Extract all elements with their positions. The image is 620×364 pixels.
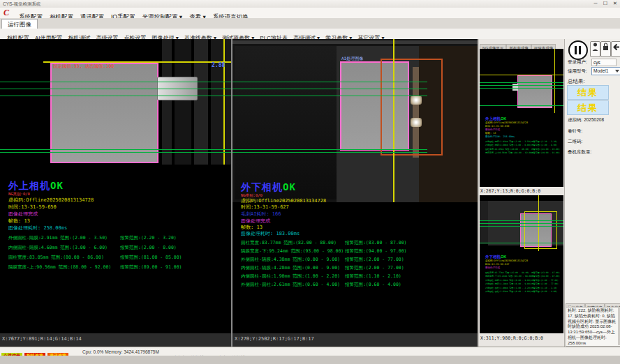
- camera-result-title: 外上相机OK: [485, 116, 562, 121]
- tab-row: 运行图像: [0, 18, 620, 29]
- measurement-row: 隔膜宽度-下:95.24mm 范围:(93.00 - 98.00) 报警范围:(…: [241, 248, 407, 257]
- measurement-text: 内侧圆柱-圆柱:1.90mm 范围:(1.00 - 2.20): [241, 273, 342, 280]
- menu-bar: C 系统配置相机配置通讯配置IO手配置光源控制配置 ▾查看 ▾系统语言切换: [0, 8, 620, 19]
- frame-count-label: 帧数: 13: [8, 218, 30, 225]
- alarm-range-text: 报警范围:(2.20 - 3.20): [120, 235, 177, 241]
- tab-run-image[interactable]: 运行图像: [1, 19, 38, 29]
- measurement-row: 外侧圆柱-圆柱:2.61mm 范围:(0.60 - 4.00) 报警范围:(0.…: [241, 282, 407, 290]
- measurement-row: 内侧圆柱-隔膜:4.60mm 范围:(3.00 - 6.00) 报警范围:(2.…: [8, 245, 182, 255]
- thumb1-cursor-coords: X:267;Y:13;R:0;G:0;B:0: [480, 188, 540, 194]
- left-camera-panel[interactable]: 固定阈值:93, 动态阈值:100 2.88 外上相机OK NG类别:0/0 虚…: [0, 39, 231, 333]
- minimize-button[interactable]: ─: [591, 0, 600, 7]
- bottom-filler: [0, 356, 620, 364]
- measurement-row: 外侧圆柱-隔膜:4.38mm 范围:(0.00 - 9.00) 报警范围:(2.…: [241, 257, 407, 265]
- measurement-row: 圆柱宽度:83.05mm 范围:(80.00 - 86.00) 报警范围:(81…: [8, 255, 182, 264]
- measurement-text: 内侧圆柱-隔膜:4.28mm 范围:(0.00 - 9.00): [485, 282, 530, 286]
- green-guide-line: [232, 149, 427, 150]
- virtual-code-label: 虚拟码:: [568, 117, 582, 122]
- measurement-text: 圆柱宽度:83.77mm 范围:(82.00 - 88.00): [241, 240, 342, 246]
- alarm-range-text: 报警范围:(2.00 - 77.00): [345, 257, 404, 262]
- measurement-row: 隔膜宽度-上:90.56mm 范围:(88.00 - 92.00) 报警范围:(…: [485, 151, 562, 156]
- camera-name: 外下相机: [485, 255, 501, 259]
- measurement-text: 隔膜宽度-上:90.56mm 范围:(88.00 - 92.00): [8, 264, 117, 271]
- alarm-range-text: 报警范围:(94.00 - 97.00): [345, 248, 407, 254]
- alarm-range-text: 报警范围:(1.10 - 2.10): [345, 273, 401, 279]
- measurement-text: 内侧圆柱-圆柱:1.90mm 范围:(1.00 - 2.20): [485, 287, 530, 290]
- maximize-button[interactable]: ☐: [600, 0, 610, 7]
- thumbnail-overlay: 外上相机OK 虚拟码:Offline2025020813134728 时间:13…: [485, 116, 562, 156]
- left-cursor-coords: X:7677;Y:891;R:14;G:14;B:14: [0, 333, 233, 347]
- green-guide-line: [0, 82, 231, 82]
- green-guide-line: [0, 89, 231, 89]
- alarm-range-text: 报警范围:(0.60 - 4.00): [345, 282, 401, 287]
- lock-button[interactable]: [600, 41, 611, 57]
- model-label: 使用型号:: [568, 68, 587, 75]
- thumb2-cursor-coords: X:311;Y:980;R:0;G:0;B:0: [480, 335, 543, 341]
- image-texture: [194, 39, 208, 165]
- app-logo-icon: C: [3, 8, 9, 18]
- green-guide-line: [0, 96, 231, 96]
- measurement-row: 内侧圆柱-圆柱:1.90mm 范围:(1.00 - 2.20) 报警范围:(1.…: [241, 273, 407, 282]
- ai-image-label: AI处理图像: [341, 56, 363, 62]
- camera-name: 外下相机: [241, 181, 283, 192]
- highlight-blob: [411, 96, 422, 105]
- thumb-measurement-list: 圆柱宽度:83.77mm 范围:(82.00 - 88.00) 报警范围:(83…: [485, 271, 562, 294]
- result-status: OK: [50, 180, 64, 191]
- measurement-row: 外侧圆柱-圆柱:2.61mm 范围:(0.60 - 4.00) 报警范围:(0.…: [485, 290, 562, 294]
- measurement-text: 外侧圆柱-圆柱:2.61mm 范围:(0.60 - 4.00): [485, 290, 530, 294]
- measurement-text: 内侧圆柱-隔膜:4.60mm 范围:(3.00 - 6.00): [8, 245, 117, 251]
- measurement-text: 圆柱宽度:83.05mm 范围:(80.00 - 86.00): [485, 148, 530, 151]
- result-box-upper: 结果: [567, 85, 609, 100]
- green-guide-line: [232, 89, 427, 89]
- pause-button[interactable]: [568, 40, 588, 60]
- measurement-row: 隔膜宽度-上:90.56mm 范围:(88.00 - 92.00) 报警范围:(…: [8, 264, 182, 274]
- thumbnail-lower-camera[interactable]: 外下相机OK 虚拟码:Offline2025020813134728 时间:13…: [480, 195, 563, 333]
- threshold-label: 固定阈值:93, 动态阈值:100: [53, 63, 114, 70]
- model-select[interactable]: Model1: [591, 67, 620, 75]
- result-status: OK: [283, 181, 296, 192]
- logout-button[interactable]: [611, 41, 620, 57]
- green-guide-line: [480, 85, 563, 86]
- cell-region-outline: [517, 75, 552, 108]
- close-button[interactable]: ✕: [610, 0, 620, 7]
- user-button[interactable]: [590, 41, 600, 57]
- green-guide-line: [480, 243, 563, 243]
- green-guide-line: [0, 152, 231, 153]
- stack-count-label: 叠机库数量:: [568, 149, 591, 156]
- middle-camera-panel[interactable]: AI处理图像 外下相机OK NG类别:0/0 虚拟码:Offline202502…: [232, 39, 478, 333]
- measurement-text: 隔膜宽度-上:90.56mm 范围:(88.00 - 92.00): [485, 151, 530, 155]
- green-guide-line: [232, 152, 427, 153]
- image-texture: [211, 39, 231, 165]
- run-log[interactable]: 耗时: 222, 缺陷检测耗时: 17, 缺陷分类耗时: 0, 缺陷视频分区耗时…: [566, 307, 620, 347]
- thumbnail-upper-camera[interactable]: 外上相机OK 虚拟码:Offline2025020813134728 时间:13…: [480, 49, 563, 187]
- highlight-blob: [411, 118, 422, 127]
- tool-bar: 相机配置AI使用配置相机调试高级设置点检设置图像处理 ▾基准线参数 ▾测试项参数…: [0, 29, 620, 40]
- measurement-text: 圆柱宽度:83.05mm 范围:(80.00 - 86.00): [8, 255, 117, 261]
- alarm-range-text: 报警范围:(89.00 - 91.00): [120, 264, 182, 270]
- alarm-range-text: 报警范围:(81.00 - 85.00): [531, 148, 560, 151]
- green-guide-line: [480, 105, 563, 106]
- time-label: 时间:13-31-59-650: [8, 204, 57, 211]
- result-status: OK: [501, 116, 506, 121]
- measure-value-label: 2.88: [212, 62, 225, 68]
- user-label: 登录用户:: [568, 59, 587, 66]
- alarm-region-outline: [381, 59, 443, 156]
- camera-result-title: 外下相机OK: [485, 254, 562, 259]
- measurement-text: 外侧圆柱-圆柱:2.61mm 范围:(0.60 - 4.00): [241, 282, 342, 288]
- measurement-text: 隔膜宽度-下:95.24mm 范围:(93.00 - 98.00): [241, 248, 342, 255]
- user-value-field[interactable]: cys: [591, 59, 617, 66]
- right-sidebar: 登录用户: cys 使用型号: Model1 总结果: 结果 结果 虚拟码: 2…: [564, 39, 620, 347]
- green-guide-line: [480, 226, 563, 227]
- user-icon: [592, 42, 598, 52]
- thumbnail-overlay: 外下相机OK 虚拟码:Offline2025020813134728 时间:13…: [485, 254, 562, 294]
- thumbnail-column: NG成像显示所有内成像故障内成像 外上相机OK 虚拟码:Offline20250…: [479, 39, 564, 347]
- alarm-range-text: 报警范围:(81.00 - 85.00): [120, 255, 182, 260]
- measurement-text: 圆柱宽度:83.77mm 范围:(82.00 - 88.00): [485, 271, 530, 275]
- alarm-range-text: 报警范围:(0.60 - 4.00): [531, 290, 557, 293]
- alarm-range-text: 报警范围:(2.00 - 77.00): [531, 282, 559, 285]
- alarm-range-text: 报警范围:(2.00 - 77.00): [345, 265, 404, 271]
- measurement-text: 内侧圆柱-隔膜:4.60mm 范围:(3.00 - 6.00): [485, 144, 530, 147]
- measurement-text: 外侧圆柱-隔膜:4.38mm 范围:(0.00 - 9.00): [485, 279, 530, 282]
- camera-name: 外上相机: [485, 116, 501, 121]
- virtual-code-value: 20250208: [584, 117, 604, 122]
